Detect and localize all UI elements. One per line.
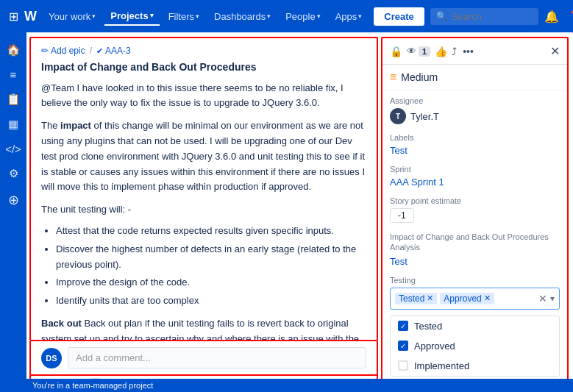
assignee-row[interactable]: T Tyler.T — [390, 108, 560, 124]
nav-apps[interactable]: Apps ▾ — [330, 8, 369, 25]
testing-dropdown: ✓ Tested ✓ Approved Implemented — [390, 316, 560, 377]
create-button[interactable]: Create — [374, 7, 424, 26]
chevron-icon: ▾ — [92, 13, 96, 20]
lock-icon[interactable]: 🔒 — [390, 46, 402, 57]
assignee-avatar: T — [390, 108, 406, 124]
comment-placeholder: Add a comment... — [76, 352, 151, 363]
assignee-field: Assignee T Tyler.T — [382, 90, 567, 130]
logo: W — [24, 9, 37, 24]
tag-tested-remove[interactable]: ✕ — [427, 293, 433, 303]
bullet-2: Discover the highest number of defects i… — [56, 242, 366, 273]
checkbox-approved: ✓ — [398, 341, 408, 351]
chevron-icon: ▾ — [150, 12, 154, 19]
issue-panel: ✏ Add epic / ✔ AAA-3 Impact of Change an… — [29, 37, 378, 341]
comment-input[interactable]: Add a comment... — [68, 347, 366, 368]
watch-count: 1 — [419, 46, 430, 57]
story-points-field: Story point estimate -1 — [382, 193, 567, 229]
sprint-field: Sprint AAA Sprint 1 — [382, 162, 567, 193]
bullet-1: Attest that the code returns expected re… — [56, 224, 366, 239]
right-panel-header: 🔒 👁 1 👍 ⤴ ••• ✕ — [382, 38, 567, 65]
priority-label: Medium — [401, 71, 438, 83]
dropdown-tested-label: Tested — [414, 321, 442, 332]
dropdown-implemented-label: Implemented — [414, 360, 469, 371]
chevron-down-icon[interactable]: ▾ — [550, 293, 555, 304]
story-points-label: Story point estimate — [390, 196, 560, 205]
sidebar-icon-reports[interactable]: ▦ — [1, 113, 25, 136]
search-input[interactable] — [452, 11, 533, 22]
search-box[interactable]: 🔍 — [430, 8, 538, 25]
issue-body: Impact of Change and Back Out Procedures… — [31, 60, 377, 341]
nav-projects[interactable]: Projects ▾ — [104, 7, 159, 26]
help-icon[interactable]: ❓ — [565, 7, 573, 26]
breadcrumb: ✏ Add epic / ✔ AAA-3 — [31, 38, 377, 60]
assignee-name: Tyler.T — [410, 111, 439, 122]
right-panel: 🔒 👁 1 👍 ⤴ ••• ✕ ≡ Medium Assignee T — [381, 37, 569, 388]
dropdown-item-implemented[interactable]: Implemented — [391, 356, 559, 376]
clear-tags-icon[interactable]: ✕ — [538, 293, 547, 304]
watch-button[interactable]: 👁 1 — [407, 46, 430, 57]
eye-icon: 👁 — [407, 46, 416, 57]
share-icon[interactable]: ⤴ — [452, 46, 457, 57]
issue-title: Impact of Change and Back Out Procedures — [41, 60, 366, 75]
comment-area: DS Add a comment... — [29, 341, 378, 376]
issue-id-link[interactable]: ✔ AAA-3 — [96, 46, 131, 56]
tag-approved: Approved ✕ — [440, 293, 494, 304]
search-icon: 🔍 — [436, 11, 447, 21]
dropdown-item-approved[interactable]: ✓ Approved — [391, 336, 559, 356]
tag-tested: Tested ✕ — [395, 293, 437, 304]
issue-backout: Back out Back out plan if the unit testi… — [41, 316, 366, 341]
tag-approved-remove[interactable]: ✕ — [484, 293, 491, 303]
close-icon[interactable]: ✕ — [550, 44, 560, 58]
bullet-3: Improve the design of the code. — [56, 275, 366, 291]
assignee-label: Assignee — [390, 96, 560, 105]
nav-people[interactable]: People ▾ — [280, 8, 326, 25]
sidebar-icon-settings[interactable]: ⚙ — [1, 162, 25, 185]
chevron-icon: ▾ — [317, 13, 321, 20]
issue-bullets: Attest that the code returns expected re… — [56, 224, 366, 309]
sidebar: 🏠 ≡ 📋 ▦ </> ⚙ ⊕ — [0, 32, 26, 392]
sidebar-icon-add[interactable]: ⊕ — [1, 187, 25, 213]
sprint-value[interactable]: AAA Sprint 1 — [390, 177, 444, 188]
add-epic-button[interactable]: ✏ Add epic — [41, 46, 85, 56]
chevron-icon: ▾ — [196, 13, 199, 20]
sidebar-icon-home[interactable]: 🏠 — [1, 38, 25, 62]
testing-tags-container[interactable]: Tested ✕ Approved ✕ ✕ ▾ — [390, 288, 560, 310]
priority-row: ≡ Medium — [382, 65, 567, 90]
analysis-label: Impact of Change and Back Out Procedures… — [390, 232, 560, 253]
thumbs-icon[interactable]: 👍 — [435, 46, 447, 57]
sidebar-icon-board[interactable]: 📋 — [1, 88, 25, 111]
checkbox-tested: ✓ — [398, 321, 408, 331]
notifications-icon[interactable]: 🔔 — [541, 7, 562, 26]
chevron-icon: ▾ — [267, 13, 271, 20]
issue-para-1: @Team I have looked in to this issue the… — [41, 81, 366, 112]
priority-icon: ≡ — [390, 71, 396, 84]
dropdown-item-tested[interactable]: ✓ Tested — [391, 316, 559, 336]
testing-label: Testing — [390, 276, 560, 285]
issue-para-2: The impact of this change will be minima… — [41, 118, 366, 195]
issue-para-3: The unit testing will: - — [41, 202, 366, 218]
testing-field: Testing Tested ✕ Approved ✕ ✕ ▾ — [382, 273, 567, 316]
top-nav: ⊞ W Your work ▾ Projects ▾ Filters ▾ Das… — [0, 0, 573, 32]
more-icon[interactable]: ••• — [463, 46, 474, 57]
checkbox-implemented — [398, 360, 408, 371]
bullet-4: Identify units that are too complex — [56, 293, 366, 309]
nav-your-work[interactable]: Your work ▾ — [43, 8, 102, 25]
nav-filters[interactable]: Filters ▾ — [163, 8, 205, 25]
chevron-icon: ▾ — [358, 13, 362, 20]
labels-field: Labels Test — [382, 130, 567, 162]
sprint-label: Sprint — [390, 165, 560, 174]
analysis-value[interactable]: Test — [390, 256, 407, 267]
story-points-box[interactable]: -1 — [390, 208, 414, 223]
dropdown-approved-label: Approved — [414, 341, 455, 352]
labels-value[interactable]: Test — [390, 145, 407, 156]
breadcrumb-sep: / — [90, 46, 92, 56]
status-bar: You're in a team-managed project — [26, 379, 573, 392]
sidebar-icon-backlog[interactable]: ≡ — [1, 63, 25, 86]
analysis-field: Impact of Change and Back Out Procedures… — [382, 229, 567, 273]
labels-label: Labels — [390, 133, 560, 142]
grid-icon[interactable]: ⊞ — [6, 7, 21, 26]
comment-avatar: DS — [41, 348, 62, 368]
nav-dashboards[interactable]: Dashboards ▾ — [208, 8, 277, 25]
sidebar-icon-code[interactable]: </> — [1, 138, 25, 160]
